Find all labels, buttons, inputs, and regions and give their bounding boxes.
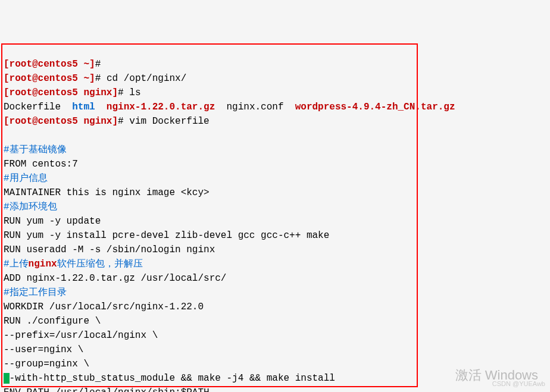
comment-base-image: #基于基础镜像 — [4, 145, 67, 155]
file-html: html — [72, 102, 95, 112]
comment-env-pkg: #添加环境包 — [4, 202, 57, 212]
comment-upload: #上传nginx软件压缩包，并解压 — [4, 259, 143, 269]
ls-output-line: Dockerfile html nginx-1.22.0.tar.gz ngin… — [4, 102, 455, 112]
run-update: RUN yum -y update — [4, 216, 101, 227]
cursor: - — [4, 373, 10, 384]
with-module-line: --with-http_stub_status_module && make -… — [4, 373, 335, 384]
comment-workdir: #指定工作目录 — [4, 287, 67, 298]
user-line: --user=nginx \ — [4, 344, 83, 355]
env-line: ENV PATH /usr/local/nginx/sbin:$PATH — [4, 387, 210, 392]
from-line: FROM centos:7 — [4, 159, 78, 170]
run-useradd: RUN useradd -M -s /sbin/nologin nginx — [4, 244, 215, 255]
add-tar: ADD nginx-1.22.0.tar.gz /usr/local/src/ — [4, 273, 226, 284]
cmd-cd: cd /opt/nginx/ — [107, 73, 186, 84]
file-nginx-conf: nginx.conf — [226, 102, 283, 112]
terminal[interactable]: [root@centos5 ~]# [root@centos5 ~]# cd /… — [0, 43, 550, 392]
comment-user-info: #用户信息 — [4, 173, 48, 184]
prefix-line: --prefix=/usr/local/nginx \ — [4, 330, 158, 341]
file-dockerfile: Dockerfile — [4, 102, 61, 112]
file-nginx-tar: nginx-1.22.0.tar.gz — [107, 102, 215, 112]
run-configure: RUN ./configure \ — [4, 316, 101, 327]
cmd-ls: ls — [129, 87, 140, 98]
prompt-line-4: [root@centos5 nginx]# — [4, 116, 124, 127]
prompt-line-2: [root@centos5 ~]# — [4, 73, 101, 84]
prompt-line-3: [root@centos5 nginx]# — [4, 87, 124, 98]
file-wordpress-tar: wordpress-4.9.4-zh_CN.tar.gz — [295, 102, 455, 112]
cmd-vim: vim Dockerfile — [129, 116, 209, 127]
maintainer-line: MAINTAINER this is nginx image <kcy> — [4, 187, 210, 198]
run-install: RUN yum -y install pcre-devel zlib-devel… — [4, 230, 329, 241]
workdir-line: WORKDIR /usr/local/src/nginx-1.22.0 — [4, 302, 204, 312]
csdn-watermark: CSDN @YUEAwb — [492, 379, 545, 389]
prompt-line-1: [root@centos5 ~]# — [4, 59, 101, 70]
group-line: --group=nginx \ — [4, 359, 89, 369]
